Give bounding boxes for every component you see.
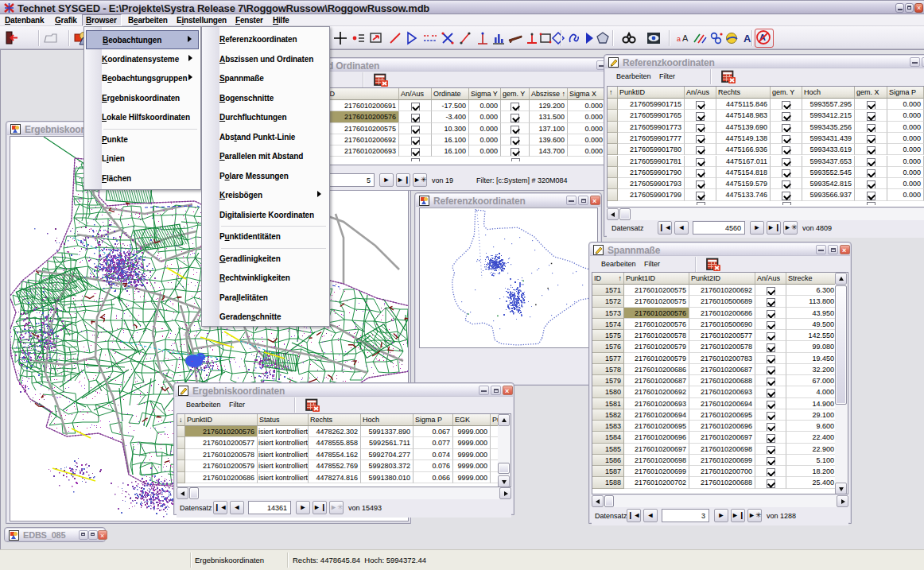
svg-text:a: a xyxy=(677,35,681,43)
svg-text:A: A xyxy=(682,33,689,43)
svg-text:A: A xyxy=(743,33,751,45)
